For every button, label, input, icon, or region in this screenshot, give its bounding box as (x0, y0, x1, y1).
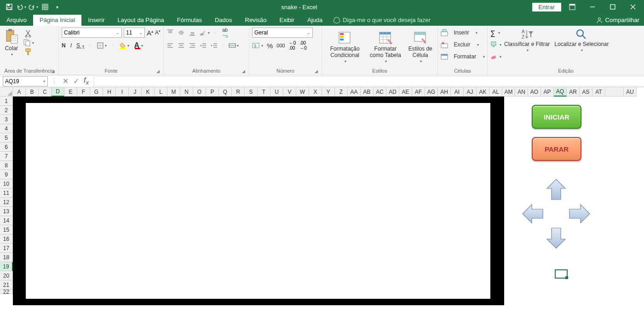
decrease-decimal-icon[interactable]: .00→0 (299, 40, 307, 51)
column-header[interactable]: A (13, 87, 26, 97)
formula-input[interactable] (93, 76, 644, 86)
tab-review[interactable]: Revisão (239, 15, 273, 26)
column-header[interactable]: AS (580, 87, 592, 97)
delete-cells-button[interactable]: Excluir ▾ (441, 40, 485, 50)
select-all-corner[interactable] (0, 87, 13, 97)
row-header[interactable]: 5 (0, 133, 13, 143)
shrink-font-icon[interactable]: A▾ (155, 29, 161, 36)
column-header[interactable]: AJ (464, 87, 477, 97)
wrap-text-button[interactable]: ab (220, 26, 230, 40)
tab-home[interactable]: Página Inicial (33, 15, 81, 26)
align-left-icon[interactable] (167, 42, 174, 49)
row-header[interactable]: 16 (0, 234, 13, 244)
fx-icon[interactable]: fx (84, 76, 89, 86)
cancel-formula-icon[interactable]: ✕ (63, 77, 69, 86)
save-icon[interactable] (4, 1, 15, 12)
column-header[interactable]: AE (399, 87, 412, 97)
align-right-icon[interactable] (189, 42, 196, 49)
column-header[interactable]: D (52, 87, 64, 97)
column-header[interactable]: C (39, 87, 52, 97)
row-header[interactable]: 4 (0, 124, 13, 133)
column-header[interactable]: S (245, 87, 258, 97)
row-header[interactable]: 1 (0, 97, 13, 106)
column-header[interactable]: AK (477, 87, 489, 97)
align-bottom-icon[interactable] (189, 29, 196, 36)
row-header[interactable]: 2 (0, 106, 13, 115)
share-button[interactable]: Compartilhar (592, 17, 644, 26)
column-header[interactable]: AM (502, 87, 515, 97)
insert-cells-button[interactable]: Inserir ▾ (441, 28, 485, 38)
column-header[interactable]: U (270, 87, 283, 97)
fill-button[interactable]: ▾ (490, 40, 501, 50)
row-header[interactable]: 22 (0, 290, 13, 294)
column-header[interactable]: Y (322, 87, 335, 97)
row-header[interactable]: 7 (0, 152, 13, 161)
active-cell[interactable] (555, 269, 568, 279)
column-header[interactable]: E (64, 87, 77, 97)
column-header[interactable]: N (180, 87, 193, 97)
dialog-launcher-icon[interactable]: ◢ (242, 69, 245, 74)
arrow-down-button[interactable] (545, 226, 568, 249)
comma-format-button[interactable]: 000 (276, 43, 285, 48)
column-header[interactable]: X (309, 87, 322, 97)
spreadsheet-cells[interactable]: INICIAR PARAR (13, 97, 637, 325)
sort-filter-button[interactable]: AZ Classificar e Filtrar▾ (502, 28, 552, 53)
column-header[interactable]: AC (374, 87, 386, 97)
column-header[interactable]: Q (219, 87, 232, 97)
row-header[interactable]: 15 (0, 225, 13, 234)
column-header[interactable]: AD (386, 87, 399, 97)
row-header[interactable]: 12 (0, 198, 13, 207)
qat-customize-icon[interactable]: ▾ (52, 1, 63, 12)
italic-button[interactable]: I (70, 42, 72, 49)
column-header[interactable]: AI (451, 87, 464, 97)
orientation-icon[interactable]: ab▾ (200, 29, 210, 36)
start-button[interactable]: INICIAR (532, 105, 581, 129)
column-header[interactable]: L (155, 87, 167, 97)
column-headers[interactable]: ABCDEFGHIJKLMNOPQRSTUVWXYZAAABACADAEAFAG… (13, 87, 637, 97)
tab-help[interactable]: Ajuda (301, 15, 329, 26)
tab-layout[interactable]: Layout da Página (111, 15, 171, 26)
minimize-icon[interactable] (583, 0, 602, 14)
column-header[interactable]: O (193, 87, 206, 97)
row-header[interactable]: 11 (0, 188, 13, 198)
underline-button[interactable]: S ▾ (76, 42, 84, 49)
tab-file[interactable]: Arquivo (0, 15, 33, 26)
tab-view[interactable]: Exibir (273, 15, 301, 26)
tab-insert[interactable]: Inserir (81, 15, 111, 26)
column-header[interactable]: J (129, 87, 142, 97)
column-header[interactable]: AL (489, 87, 502, 97)
column-header[interactable]: I (116, 87, 129, 97)
column-header[interactable]: AB (361, 87, 374, 97)
column-header[interactable]: AQ (554, 87, 567, 97)
column-header[interactable]: W (296, 87, 309, 97)
grow-font-icon[interactable]: A▴ (147, 29, 153, 37)
percent-format-button[interactable]: % (267, 42, 273, 50)
borders-icon[interactable]: ▾ (97, 42, 107, 49)
column-header[interactable]: AR (567, 87, 580, 97)
increase-indent-icon[interactable] (211, 42, 218, 49)
row-header[interactable]: 9 (0, 170, 13, 179)
accounting-format-icon[interactable]: $▾ (252, 42, 263, 49)
column-header[interactable]: AT (592, 87, 605, 97)
dialog-launcher-icon[interactable]: ◢ (315, 69, 318, 74)
autosum-button[interactable]: ∑▾ (490, 28, 501, 38)
font-size-dropdown[interactable]: 11⌄ (124, 28, 145, 38)
row-headers[interactable]: 12345678910111213141516171819202122 (0, 97, 13, 325)
arrow-right-button[interactable] (568, 202, 591, 225)
bold-button[interactable]: N (62, 42, 66, 49)
font-name-dropdown[interactable]: Calibri⌄ (62, 28, 122, 38)
clear-button[interactable]: ▾ (490, 51, 501, 62)
align-top-icon[interactable] (167, 29, 174, 36)
row-header[interactable]: 18 (0, 253, 13, 262)
column-header[interactable]: V (283, 87, 296, 97)
column-header[interactable]: AO (528, 87, 541, 97)
row-header[interactable]: 19 (0, 262, 13, 271)
fill-color-icon[interactable]: ▾ (119, 42, 129, 49)
align-center-icon[interactable] (178, 42, 185, 49)
tab-formulas[interactable]: Fórmulas (171, 15, 208, 26)
increase-decimal-icon[interactable]: ←0.00 (289, 40, 296, 51)
format-cells-button[interactable]: Formatar ▾ (441, 51, 485, 62)
dialog-launcher-icon[interactable]: ◢ (156, 69, 160, 74)
column-header[interactable]: AA (348, 87, 361, 97)
stop-button[interactable]: PARAR (532, 137, 581, 161)
